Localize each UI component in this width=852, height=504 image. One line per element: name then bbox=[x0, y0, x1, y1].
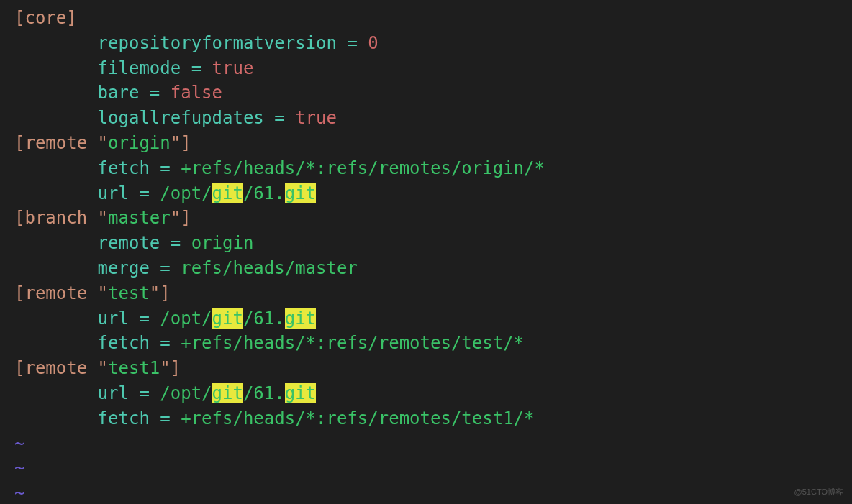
code-line-kv: fetch = +refs/heads/*:refs/remotes/origi… bbox=[14, 156, 838, 181]
tilde-icon: ~ bbox=[14, 458, 24, 478]
bracket-open: [ bbox=[14, 358, 24, 378]
vim-tilde-line: ~ bbox=[14, 481, 838, 504]
code-line-kv: filemode = true bbox=[14, 56, 838, 81]
path-part: /opt/ bbox=[160, 183, 212, 203]
quote-close: "] bbox=[160, 358, 181, 378]
quote-close: "] bbox=[171, 208, 191, 228]
bracket-open: [ bbox=[14, 8, 24, 28]
equals: = bbox=[160, 233, 191, 253]
vim-tilde-line: ~ bbox=[14, 431, 838, 457]
config-key: fetch bbox=[98, 158, 150, 178]
equals: = bbox=[150, 333, 181, 353]
config-key: filemode bbox=[98, 58, 181, 78]
equals: = bbox=[129, 383, 160, 403]
search-highlight: git bbox=[212, 183, 243, 203]
config-value: refs/heads/master bbox=[181, 258, 358, 278]
equals: = bbox=[150, 158, 181, 178]
tilde-icon: ~ bbox=[14, 483, 24, 503]
quote: " bbox=[87, 283, 108, 303]
bracket-open: [ bbox=[14, 133, 24, 153]
bracket-open: [ bbox=[14, 208, 24, 228]
remote-name: test1 bbox=[108, 358, 160, 378]
config-value: true bbox=[212, 58, 254, 78]
config-value: +refs/heads/*:refs/remotes/test1/* bbox=[181, 408, 534, 429]
path-part: /61. bbox=[243, 308, 285, 329]
code-line-kv: logallrefupdates = true bbox=[14, 106, 838, 131]
bracket-open: [ bbox=[14, 283, 24, 303]
search-highlight: git bbox=[212, 308, 243, 329]
code-line-section-remote-origin: [remote "origin"] bbox=[14, 131, 838, 156]
branch-name: master bbox=[108, 208, 171, 228]
config-key: url bbox=[98, 308, 129, 329]
config-value: +refs/heads/*:refs/remotes/origin/* bbox=[181, 158, 545, 178]
config-key: remote bbox=[98, 233, 160, 253]
quote-close: "] bbox=[171, 133, 191, 153]
equals: = bbox=[150, 408, 181, 429]
bracket-close: ] bbox=[66, 8, 76, 28]
config-key: merge bbox=[98, 258, 150, 278]
code-line-section-remote-test1: [remote "test1"] bbox=[14, 356, 838, 381]
section-name: remote bbox=[24, 283, 87, 303]
code-line-section-branch-master: [branch "master"] bbox=[14, 206, 838, 231]
code-line-kv: remote = origin bbox=[14, 231, 838, 256]
equals: = bbox=[150, 258, 181, 278]
quote: " bbox=[87, 208, 108, 228]
config-key: bare bbox=[98, 83, 140, 103]
path-part: /61. bbox=[243, 383, 285, 403]
path-part: /61. bbox=[243, 183, 285, 203]
config-value: false bbox=[171, 83, 222, 103]
search-highlight: git bbox=[285, 183, 316, 203]
quote: " bbox=[87, 358, 108, 378]
watermark-text: @51CTO博客 bbox=[794, 487, 843, 498]
quote-close: "] bbox=[150, 283, 171, 303]
code-line-kv: bare = false bbox=[14, 81, 838, 106]
config-key: logallrefupdates bbox=[98, 108, 264, 128]
code-line-url: url = /opt/git/61.git bbox=[14, 381, 838, 406]
section-name: remote bbox=[24, 133, 87, 153]
config-value: origin bbox=[191, 233, 254, 253]
code-line-url: url = /opt/git/61.git bbox=[14, 306, 838, 331]
config-key: fetch bbox=[98, 333, 150, 353]
equals: = bbox=[264, 108, 295, 128]
code-line-section-core: [core] bbox=[14, 6, 838, 31]
config-value: +refs/heads/*:refs/remotes/test/* bbox=[181, 333, 524, 353]
code-line-kv: fetch = +refs/heads/*:refs/remotes/test1… bbox=[14, 406, 838, 431]
path-part: /opt/ bbox=[160, 383, 212, 403]
config-key: url bbox=[98, 383, 129, 403]
search-highlight: git bbox=[285, 383, 316, 403]
vim-tilde-line: ~ bbox=[14, 456, 838, 481]
tilde-icon: ~ bbox=[14, 434, 24, 454]
section-name: remote bbox=[24, 358, 87, 378]
quote: " bbox=[87, 133, 108, 153]
equals: = bbox=[139, 83, 170, 103]
equals: = bbox=[129, 183, 160, 203]
equals: = bbox=[129, 308, 160, 329]
equals: = bbox=[337, 33, 368, 53]
search-highlight: git bbox=[285, 308, 316, 329]
code-line-url: url = /opt/git/61.git bbox=[14, 181, 838, 206]
config-key: url bbox=[98, 183, 129, 203]
config-value: true bbox=[295, 108, 337, 128]
code-line-kv: fetch = +refs/heads/*:refs/remotes/test/… bbox=[14, 331, 838, 356]
code-line-kv: merge = refs/heads/master bbox=[14, 256, 838, 281]
code-line-kv: repositoryformatversion = 0 bbox=[14, 31, 838, 56]
code-line-section-remote-test: [remote "test"] bbox=[14, 281, 838, 306]
remote-name: origin bbox=[108, 133, 171, 153]
config-key: fetch bbox=[98, 408, 150, 429]
search-highlight: git bbox=[212, 383, 243, 403]
config-key: repositoryformatversion bbox=[98, 33, 337, 53]
remote-name: test bbox=[108, 283, 150, 303]
config-value: 0 bbox=[368, 33, 378, 53]
section-name: core bbox=[24, 8, 66, 28]
section-name: branch bbox=[24, 208, 87, 228]
equals: = bbox=[181, 58, 212, 78]
path-part: /opt/ bbox=[160, 308, 212, 329]
